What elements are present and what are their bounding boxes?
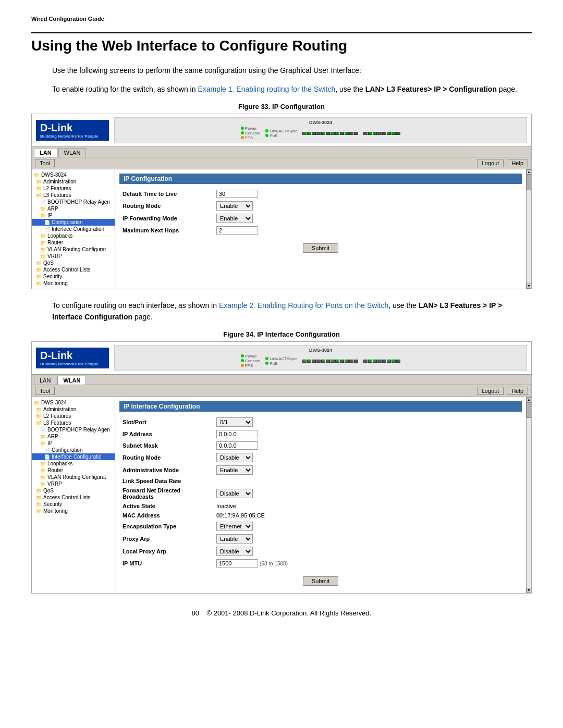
field-ip-address: IP Address [119,428,522,440]
field-local-proxy-arp: Local Proxy Arp DisableEnable [119,545,522,558]
select-slotport[interactable]: 0/1 [216,417,253,427]
dlink-logo: D-Link Building Networks for People [36,120,109,141]
select-proxy-arp[interactable]: EnableDisable [216,534,253,544]
main-content: DWS-3024 Administration L2 Features L3 F… [32,169,531,289]
field-link-speed: Link Speed Data Rate [119,476,522,486]
text-mtu-note: (68 to 1500) [260,561,288,566]
example1-link[interactable]: Example 1. Enabling routing for the Swit… [198,85,335,93]
text-mac-address: 00:17:9A:95:05:CE [216,512,265,519]
sidebar2-item-admin[interactable]: Administration [32,406,115,413]
doc-header: Wired Configuration Guide [31,16,532,22]
field-active-state: Active State Inactive [119,501,522,511]
sidebar-item-vlan[interactable]: VLAN Routing Configurat [32,246,115,253]
sidebar-item-acl[interactable]: Access Control Lists [32,266,115,273]
logout-button[interactable]: Logout [477,159,504,167]
sidebar-item-arp[interactable]: ARP [32,205,115,212]
sidebar2-item-arp[interactable]: ARP [32,433,115,440]
sidebar2-item-security[interactable]: Security [32,501,115,508]
sidebar2-item-vrrp[interactable]: VRRP [32,480,115,487]
sidebar-item-loopbacks[interactable]: Loopbacks [32,232,115,239]
sidebar-item-dws[interactable]: DWS-3024 [32,171,115,178]
sidebar-item-qos[interactable]: QoS [32,260,115,266]
field-default-ttl: Default Time to Live [119,188,522,200]
sidebar-item-ifconfig[interactable]: Interface Configuration [32,226,115,232]
fig33-screenshot: D-Link Building Networks for People DWS-… [31,114,532,289]
field-max-hops: Maximum Next Hops [119,225,522,236]
device-ports-4 [363,360,400,363]
sidebar2-item-ifconfig[interactable]: Interface Configuratio [32,453,115,460]
field-admin-mode: Administrative Mode EnableDisable [119,464,522,476]
sidebar2-item-vlan[interactable]: VLAN Routing Configurat [32,474,115,480]
input-max-hops[interactable] [216,226,258,235]
field-slotport: Slot/Port 0/1 [119,416,522,428]
config-form-2: Slot/Port 0/1 IP Address Subnet Mask Rou… [119,416,522,569]
main-content-2: DWS-3024 Administration L2 Features L3 F… [32,397,531,593]
sidebar-item-router[interactable]: Router [32,239,115,246]
tool-button-2[interactable]: Tool [35,387,55,395]
device-ports [302,132,358,135]
submit-button[interactable]: Submit [303,243,338,253]
content-area-2: IP Interface Configuration Slot/Port 0/1… [115,397,526,593]
submit-button-2[interactable]: Submit [303,576,338,586]
select-local-proxy-arp[interactable]: DisableEnable [216,547,253,556]
intro-text: Use the following screens to perform the… [52,65,532,76]
sidebar2-item-acl[interactable]: Access Control Lists [32,494,115,501]
sidebar-item-admin[interactable]: Administration [32,178,115,185]
sidebar-item-l3[interactable]: L3 Features [32,192,115,199]
select-admin-mode[interactable]: EnableDisable [216,465,253,475]
device-image-2: DWS-3024 Power Console FPS Link/ACT/Sync… [114,345,527,371]
input-default-ttl[interactable] [216,190,258,198]
sidebar2-item-config[interactable]: Configuration [32,447,115,453]
tab-wlan-2[interactable]: WLAN [57,376,86,385]
device-ports-2 [363,132,400,135]
sidebar2-item-ip[interactable]: IP [32,440,115,447]
sidebar-2: DWS-3024 Administration L2 Features L3 F… [32,397,115,593]
sidebar2-item-loopbacks[interactable]: Loopbacks [32,460,115,467]
sidebar2-item-monitoring[interactable]: Monitoring [32,508,115,514]
content-area: IP Configuration Default Time to Live Ro… [115,169,526,289]
page-number: 80 [192,609,199,617]
field-subnet-mask: Subnet Mask [119,440,522,451]
select-encap-type[interactable]: Ethernet [216,522,253,531]
sidebar2-item-dws[interactable]: DWS-3024 [32,399,115,406]
tab-wlan[interactable]: WLAN [58,148,87,157]
submit-row-2: Submit [119,569,522,589]
nav-tabs: LAN WLAN [32,147,531,157]
sidebar2-item-l3[interactable]: L3 Features [32,419,115,426]
scrollbar-2[interactable]: ▲ ▼ [526,397,531,593]
help-button[interactable]: Help [507,159,528,167]
input-ip-address[interactable] [216,430,258,438]
select-routing-mode-2[interactable]: DisableEnable [216,453,253,462]
select-forward-net[interactable]: DisableEnable [216,489,253,498]
tool-button[interactable]: Tool [35,159,55,167]
toolbar: Tool Logout Help [32,157,531,169]
input-subnet-mask[interactable] [216,441,258,450]
para2: To configure routing on each interface, … [52,300,532,323]
select-routing-mode[interactable]: EnableDisable [216,201,253,211]
help-button-2[interactable]: Help [507,387,528,395]
para1: To enable routing for the switch, as sho… [52,83,532,95]
sidebar2-item-qos[interactable]: QoS [32,487,115,494]
sidebar-item-monitoring[interactable]: Monitoring [32,280,115,287]
sidebar2-item-router[interactable]: Router [32,467,115,474]
tab-lan[interactable]: LAN [34,148,57,157]
input-ip-mtu[interactable] [216,559,258,567]
field-routing-mode: Routing Mode EnableDisable [119,200,522,212]
tab-lan-2[interactable]: LAN [34,376,56,385]
sidebar-item-l2[interactable]: L2 Features [32,185,115,192]
fig33-caption: Figure 33. IP Configuration [31,103,532,110]
scrollbar[interactable]: ▲ ▼ [526,169,531,289]
text-active-state: Inactive [216,503,236,509]
example2-link[interactable]: Example 2. Enabling Routing for Ports on… [219,301,388,310]
sidebar-item-bootp[interactable]: BOOTP/DHCP Relay Agen [32,199,115,205]
sidebar-item-security[interactable]: Security [32,273,115,280]
sidebar-item-config[interactable]: Configuration [32,219,115,226]
sidebar2-item-bootp[interactable]: BOOTP/DHCP Relay Agen [32,426,115,433]
sidebar-item-ip[interactable]: IP [32,212,115,219]
field-routing-mode-2: Routing Mode DisableEnable [119,451,522,464]
select-ip-forwarding[interactable]: EnableDisable [216,214,253,223]
sidebar-item-vrrp[interactable]: VRRP [32,253,115,260]
logout-button-2[interactable]: Logout [477,387,504,395]
sidebar2-item-l2[interactable]: L2 Features [32,413,115,419]
fig34-screenshot: D-Link Building Networks for People DWS-… [31,341,532,594]
